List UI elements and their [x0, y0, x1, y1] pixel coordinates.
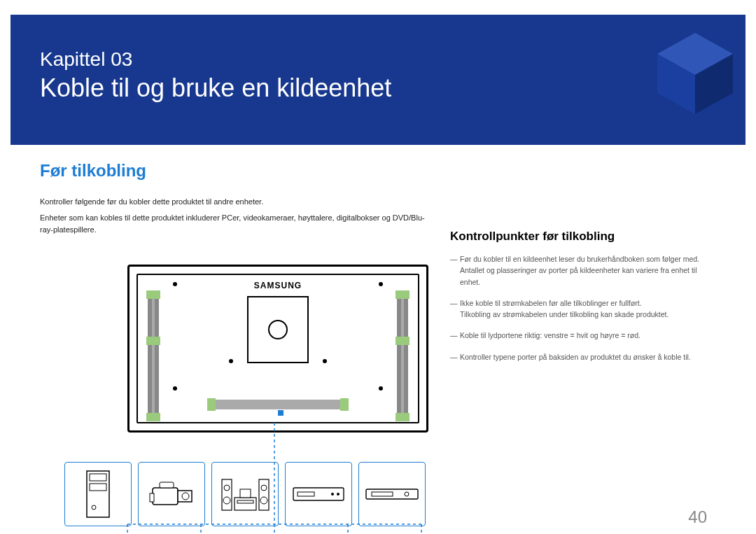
- camcorder-icon: [147, 477, 196, 512]
- page-number: 40: [688, 507, 707, 527]
- tv-brand-label: SAMSUNG: [254, 281, 302, 290]
- svg-rect-20: [222, 479, 232, 510]
- note-item: Koble til lydportene riktig: venstre = h…: [450, 330, 716, 341]
- note-item: Før du kobler til en kildeenhet leser du…: [450, 253, 716, 288]
- svg-point-31: [331, 493, 334, 496]
- set-top-box-icon: [292, 484, 345, 505]
- speaker-system-icon: [219, 475, 272, 514]
- svg-rect-26: [234, 498, 256, 510]
- svg-rect-28: [240, 489, 251, 498]
- svg-rect-15: [153, 488, 178, 505]
- chapter-label: Kapittel 03: [40, 48, 132, 71]
- intro-text-1: Kontroller følgende før du kobler dette …: [40, 196, 432, 208]
- svg-rect-18: [150, 493, 154, 502]
- left-column: Kontroller følgende før du kobler dette …: [40, 196, 432, 240]
- dvd-player-icon: [365, 485, 419, 503]
- device-settop: [285, 462, 352, 526]
- note-main: Før du kobler til en kildeenhet leser du…: [460, 255, 699, 263]
- connection-diagram: SAMSUNG: [127, 265, 428, 433]
- svg-rect-23: [259, 479, 269, 510]
- svg-rect-19: [160, 482, 174, 488]
- chapter-banner: Kapittel 03 Koble til og bruke en kildee…: [10, 15, 746, 145]
- svg-rect-29: [293, 488, 344, 500]
- pc-tower-icon: [84, 470, 112, 519]
- note-item: Ikke koble til strømkabelen før alle til…: [450, 297, 716, 321]
- tv-back-illustration: SAMSUNG: [127, 265, 428, 433]
- note-main: Ikke koble til strømkabelen før alle til…: [460, 299, 642, 307]
- section-heading: Før tilkobling: [40, 161, 716, 181]
- chapter-title: Koble til og bruke en kildeenhet: [40, 73, 391, 103]
- device-pc: [64, 462, 132, 526]
- checkpoints-heading: Kontrollpunkter før tilkobling: [450, 230, 716, 244]
- svg-rect-11: [87, 471, 109, 517]
- right-column: Kontrollpunkter før tilkobling Før du ko…: [450, 230, 716, 372]
- note-main: Kontroller typene porter på baksiden av …: [460, 353, 691, 361]
- intro-text-2: Enheter som kan kobles til dette produkt…: [40, 212, 432, 236]
- device-camcorder: [138, 462, 205, 526]
- svg-point-32: [337, 493, 340, 496]
- note-main: Koble til lydportene riktig: venstre = h…: [460, 331, 640, 339]
- note-sub: Tilkobling av strømkabelen under tilkobl…: [460, 309, 716, 320]
- svg-rect-16: [178, 491, 192, 502]
- device-player: [358, 462, 426, 526]
- cube-decoration-icon: [653, 29, 737, 116]
- note-item: Kontroller typene porter på baksiden av …: [450, 351, 716, 363]
- device-speakers: [211, 462, 279, 526]
- note-sub: Antallet og plasseringer av porter på ki…: [460, 265, 716, 288]
- device-row: [64, 462, 426, 526]
- svg-rect-33: [366, 489, 418, 499]
